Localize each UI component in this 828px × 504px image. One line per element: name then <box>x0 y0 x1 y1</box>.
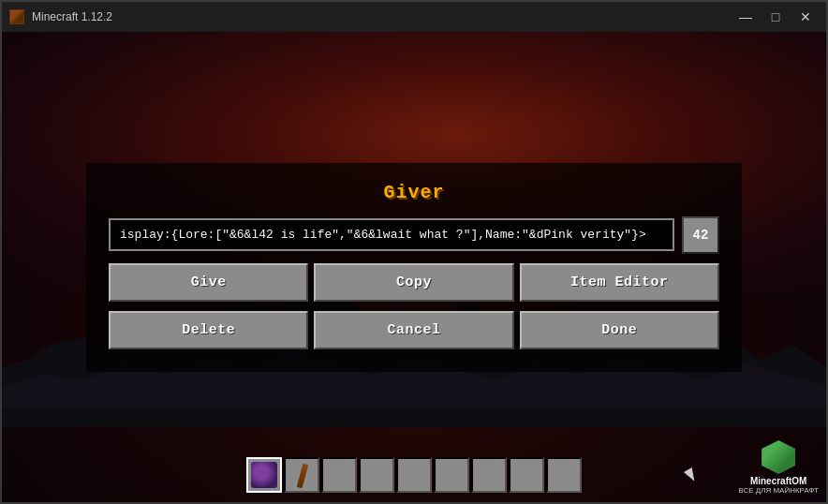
window-title: Minecraft 1.12.2 <box>32 10 732 23</box>
cancel-button[interactable]: Cancel <box>314 311 513 349</box>
item-count-badge: 42 <box>682 216 719 254</box>
dialog-overlay: Giver 42 Give Copy Item Editor Delete Ca… <box>2 32 826 502</box>
window: Minecraft 1.12.2 — □ ✕ <box>0 0 828 504</box>
buttons-row-1: Give Copy Item Editor <box>109 263 719 302</box>
buttons-row-2: Delete Cancel Done <box>109 311 719 349</box>
game-area: MinecraftOM ВСЕ ДЛЯ МАЙНКРАФТ Giver 42 G… <box>2 32 826 502</box>
title-bar: Minecraft 1.12.2 — □ ✕ <box>2 2 826 32</box>
maximize-button[interactable]: □ <box>762 7 789 27</box>
item-editor-button[interactable]: Item Editor <box>520 263 719 302</box>
minimize-button[interactable]: — <box>732 7 759 27</box>
input-row: 42 <box>109 216 719 254</box>
give-button[interactable]: Give <box>109 263 308 302</box>
dialog-title: Giver <box>383 182 444 203</box>
dialog-box: Giver 42 Give Copy Item Editor Delete Ca… <box>86 163 742 372</box>
nbt-input[interactable] <box>109 218 674 251</box>
close-button[interactable]: ✕ <box>792 7 819 27</box>
delete-button[interactable]: Delete <box>109 311 308 349</box>
app-icon <box>9 9 24 24</box>
copy-button[interactable]: Copy <box>314 263 513 302</box>
window-controls: — □ ✕ <box>732 7 819 27</box>
done-button[interactable]: Done <box>520 311 719 349</box>
